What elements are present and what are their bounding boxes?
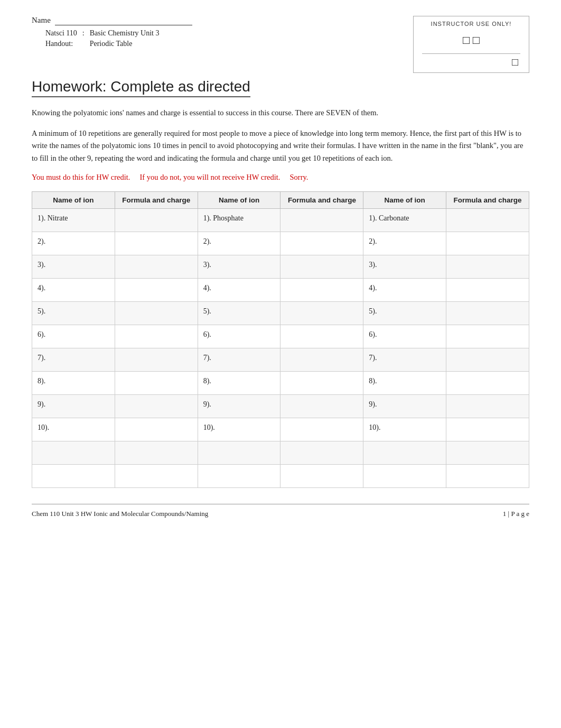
cell-formula3-row10 bbox=[446, 441, 529, 464]
cell-name2-row9: 10). bbox=[198, 418, 280, 441]
handout-label: Handout: bbox=[43, 39, 79, 49]
cell-name3-row9: 10). bbox=[363, 418, 446, 441]
col-header-formula1: Formula and charge bbox=[115, 191, 198, 208]
col-header-formula2: Formula and charge bbox=[280, 191, 363, 208]
cell-name1-row9: 10). bbox=[32, 418, 115, 441]
cell-formula1-row1 bbox=[115, 232, 198, 255]
footer-left: Chem 110 Unit 3 HW Ionic and Molecular C… bbox=[32, 510, 208, 518]
cell-formula2-row4 bbox=[280, 301, 363, 325]
course-table: Natsci 110 : Basic Chemistry Unit 3 Hand… bbox=[42, 27, 162, 50]
cell-name3-row2: 3). bbox=[363, 255, 446, 278]
cell-formula2-row6 bbox=[280, 348, 363, 371]
table-row: 8).8).8). bbox=[32, 371, 529, 394]
table-row: 3).3).3). bbox=[32, 255, 529, 278]
cell-name2-row11 bbox=[198, 464, 280, 487]
cell-formula1-row10 bbox=[115, 441, 198, 464]
cell-formula3-row0 bbox=[446, 208, 529, 232]
table-row bbox=[32, 464, 529, 487]
instructor-title: INSTRUCTOR USE ONLY! bbox=[431, 21, 512, 27]
cell-name3-row11 bbox=[363, 464, 446, 487]
cell-name1-row10 bbox=[32, 441, 115, 464]
cell-name3-row0: 1). Carbonate bbox=[363, 208, 446, 232]
cell-formula2-row0 bbox=[280, 208, 363, 232]
cell-formula1-row8 bbox=[115, 394, 198, 418]
cell-name1-row11 bbox=[32, 464, 115, 487]
name-underline bbox=[55, 16, 192, 25]
cell-name2-row0: 1). Phosphate bbox=[198, 208, 280, 232]
credit-part3: Sorry. bbox=[290, 173, 308, 181]
col-header-name3: Name of ion bbox=[363, 191, 446, 208]
table-row: 1). Nitrate1). Phosphate1). Carbonate bbox=[32, 208, 529, 232]
intro-paragraph-2: A minimum of 10 repetitions are generall… bbox=[32, 127, 529, 164]
cell-formula2-row1 bbox=[280, 232, 363, 255]
intro-paragraph-1: Knowing the polyatomic ions' names and c… bbox=[32, 107, 529, 119]
cell-name2-row8: 9). bbox=[198, 394, 280, 418]
cell-formula1-row7 bbox=[115, 371, 198, 394]
cell-formula3-row9 bbox=[446, 418, 529, 441]
cell-name1-row2: 3). bbox=[32, 255, 115, 278]
credit-part1: You must do this for HW credit. bbox=[32, 173, 130, 181]
course-title: Basic Chemistry Unit 3 bbox=[88, 29, 162, 38]
cell-name2-row10 bbox=[198, 441, 280, 464]
table-row bbox=[32, 441, 529, 464]
table-row: 6).6).6). bbox=[32, 325, 529, 348]
cell-formula3-row5 bbox=[446, 325, 529, 348]
cell-name3-row10 bbox=[363, 441, 446, 464]
cell-name1-row4: 5). bbox=[32, 301, 115, 325]
cell-formula2-row5 bbox=[280, 325, 363, 348]
symbol-1: □ □ bbox=[463, 33, 480, 47]
col-header-name2: Name of ion bbox=[198, 191, 280, 208]
cell-formula2-row9 bbox=[280, 418, 363, 441]
cell-formula3-row7 bbox=[446, 371, 529, 394]
credit-line: You must do this for HW credit. If you d… bbox=[32, 173, 529, 182]
page-title: Homework: Complete as directed bbox=[32, 78, 250, 97]
cell-formula1-row4 bbox=[115, 301, 198, 325]
course-number: Natsci 110 bbox=[43, 29, 79, 38]
cell-formula2-row11 bbox=[280, 464, 363, 487]
table-row: 4).4).4). bbox=[32, 278, 529, 301]
instructor-symbols: □ □ bbox=[463, 33, 480, 47]
cell-formula3-row3 bbox=[446, 278, 529, 301]
cell-formula1-row6 bbox=[115, 348, 198, 371]
cell-formula3-row2 bbox=[446, 255, 529, 278]
instructor-bottom: □ bbox=[422, 53, 520, 68]
table-row: 2).2).2). bbox=[32, 232, 529, 255]
cell-name2-row4: 5). bbox=[198, 301, 280, 325]
cell-formula3-row4 bbox=[446, 301, 529, 325]
cell-formula2-row3 bbox=[280, 278, 363, 301]
cell-formula1-row5 bbox=[115, 325, 198, 348]
cell-name2-row5: 6). bbox=[198, 325, 280, 348]
table-header-row: Name of ion Formula and charge Name of i… bbox=[32, 191, 529, 208]
footer-right: 1 | P a g e bbox=[503, 510, 529, 518]
cell-formula1-row2 bbox=[115, 255, 198, 278]
handout-value: Periodic Table bbox=[88, 39, 162, 49]
course-info: Natsci 110 : Basic Chemistry Unit 3 Hand… bbox=[42, 27, 192, 50]
cell-name3-row8: 9). bbox=[363, 394, 446, 418]
cell-formula2-row8 bbox=[280, 394, 363, 418]
table-row: 9).9).9). bbox=[32, 394, 529, 418]
table-row: 7).7).7). bbox=[32, 348, 529, 371]
cell-formula3-row6 bbox=[446, 348, 529, 371]
cell-name3-row1: 2). bbox=[363, 232, 446, 255]
cell-name3-row7: 8). bbox=[363, 371, 446, 394]
cell-formula2-row2 bbox=[280, 255, 363, 278]
cell-name2-row6: 7). bbox=[198, 348, 280, 371]
col-header-name1: Name of ion bbox=[32, 191, 115, 208]
cell-name1-row7: 8). bbox=[32, 371, 115, 394]
cell-name2-row2: 3). bbox=[198, 255, 280, 278]
cell-name3-row6: 7). bbox=[363, 348, 446, 371]
cell-name1-row1: 2). bbox=[32, 232, 115, 255]
cell-formula1-row11 bbox=[115, 464, 198, 487]
cell-name3-row4: 5). bbox=[363, 301, 446, 325]
main-table: Name of ion Formula and charge Name of i… bbox=[32, 191, 529, 488]
cell-name3-row3: 4). bbox=[363, 278, 446, 301]
cell-name1-row0: 1). Nitrate bbox=[32, 208, 115, 232]
cell-name1-row3: 4). bbox=[32, 278, 115, 301]
table-row: 10).10).10). bbox=[32, 418, 529, 441]
col-header-formula3: Formula and charge bbox=[446, 191, 529, 208]
cell-formula2-row10 bbox=[280, 441, 363, 464]
cell-name2-row1: 2). bbox=[198, 232, 280, 255]
cell-formula3-row11 bbox=[446, 464, 529, 487]
instructor-box: INSTRUCTOR USE ONLY! □ □ □ bbox=[413, 16, 529, 73]
cell-name1-row5: 6). bbox=[32, 325, 115, 348]
